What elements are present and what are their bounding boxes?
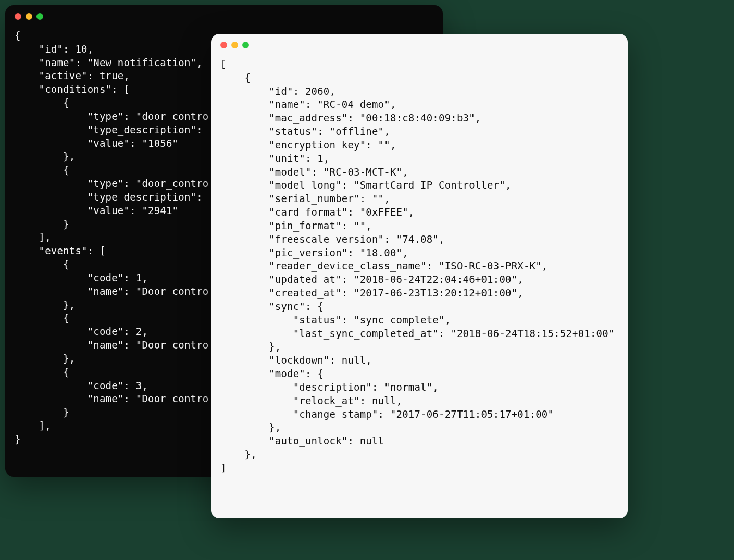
terminal-window-light: [ { "id": 2060, "name": "RC-04 demo", "m… (211, 34, 628, 518)
maximize-icon[interactable] (242, 42, 249, 48)
code-block-light: [ { "id": 2060, "name": "RC-04 demo", "m… (211, 56, 628, 484)
close-icon[interactable] (220, 42, 227, 48)
maximize-icon[interactable] (36, 13, 43, 20)
minimize-icon[interactable] (26, 13, 32, 20)
titlebar-dark (5, 5, 443, 27)
close-icon[interactable] (15, 13, 21, 20)
minimize-icon[interactable] (231, 42, 238, 48)
titlebar-light (211, 34, 628, 56)
